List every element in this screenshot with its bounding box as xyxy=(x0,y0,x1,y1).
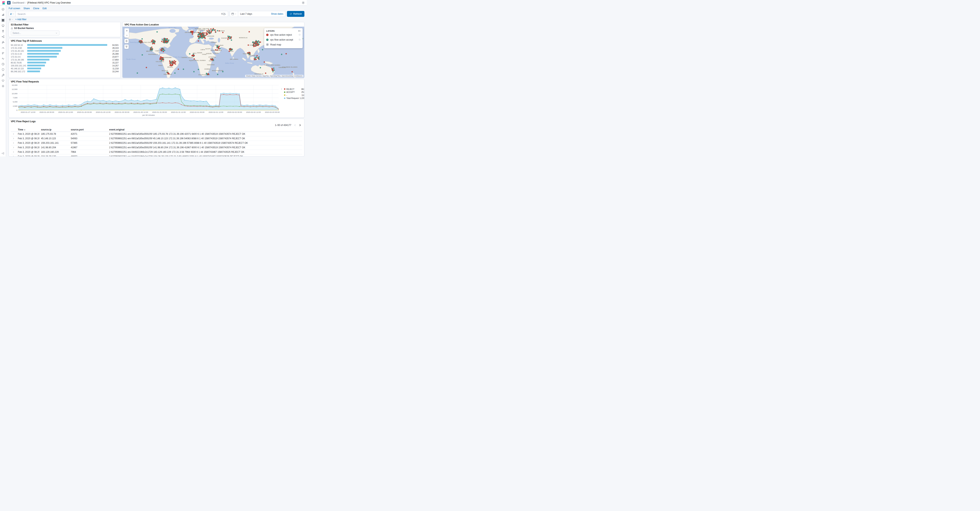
zoom-in-button[interactable] xyxy=(124,29,129,33)
layer-item[interactable]: Road map xyxy=(266,42,301,47)
total-requests-chart[interactable]: 2020-01-27 12:002020-01-28 00:002020-01-… xyxy=(9,84,282,117)
column-header-event.original[interactable]: event.original xyxy=(108,128,302,132)
svg-text:INDIA: INDIA xyxy=(229,50,234,52)
full-screen-link[interactable]: Full screen xyxy=(9,7,20,10)
ip-bar[interactable] xyxy=(27,68,41,69)
kibana-logo[interactable] xyxy=(2,1,5,5)
ip-value: 28,319 xyxy=(108,47,119,49)
date-quick-select-button[interactable] xyxy=(230,11,238,17)
column-header-Time[interactable]: Time ▼ xyxy=(16,128,40,132)
ip-bar[interactable] xyxy=(27,65,45,67)
saved-query-menu-button[interactable]: # xyxy=(9,11,16,17)
add-filter-button[interactable]: + Add filter xyxy=(15,18,27,21)
ip-bar[interactable] xyxy=(27,50,61,52)
expand-row-icon[interactable] xyxy=(12,146,15,149)
table-row[interactable]: Feb 3, 2020 @ 08:26:14.000141.98.80.2044… xyxy=(11,145,302,150)
fit-to-data-button[interactable] xyxy=(124,39,129,43)
dashboard-app-badge[interactable]: D xyxy=(7,1,11,5)
ip-bar[interactable] xyxy=(27,59,49,60)
refresh-button[interactable]: Refresh xyxy=(287,11,304,17)
ip-bar[interactable] xyxy=(27,47,62,49)
sidebar-item-discover[interactable] xyxy=(1,7,5,11)
layer-item[interactable]: vpc flow action reject xyxy=(266,32,301,37)
breadcrumb-dashboard[interactable]: Dashboard xyxy=(12,2,24,4)
sidebar-item-apm[interactable] xyxy=(1,57,5,60)
panel-title[interactable]: VPC Flow Top IP Addresses xyxy=(9,38,121,43)
table-row[interactable]: Feb 3, 2020 @ 08:26:14.000159.203.161.14… xyxy=(11,141,302,145)
ip-bar[interactable] xyxy=(27,70,40,72)
ip-value: 14,257 xyxy=(108,64,119,67)
next-page-icon[interactable] xyxy=(299,124,301,127)
sidebar-item-metrics[interactable] xyxy=(1,46,5,49)
expand-row-icon[interactable] xyxy=(12,142,15,144)
ip-bar[interactable] xyxy=(27,44,107,46)
table-row[interactable]: Feb 3, 2020 @ 08:25:25.000183.129.160.22… xyxy=(11,150,302,154)
svg-text:Hudson Bay: Hudson Bay xyxy=(169,27,177,29)
legend-expand-icon[interactable] xyxy=(280,88,283,90)
spatial-filter-button[interactable] xyxy=(124,44,129,49)
sidebar-item-stack-monitoring[interactable] xyxy=(1,79,5,83)
collapse-menu-icon[interactable] xyxy=(2,152,5,155)
settings-icon[interactable] xyxy=(302,1,305,4)
filter-options-button[interactable] xyxy=(9,18,13,21)
sidebar-item-uptime[interactable] xyxy=(1,62,5,66)
sidebar-item-dashboard[interactable] xyxy=(1,18,5,22)
map-canvas[interactable]: Hudson BayNorwegian SeaNORWAYSWEDENFINLA… xyxy=(123,27,304,78)
sidebar-item-logs[interactable] xyxy=(1,51,5,55)
sidebar-item-visualize[interactable] xyxy=(1,13,5,17)
layer-item[interactable]: vpc flow action accept xyxy=(266,37,301,42)
expand-row-icon[interactable] xyxy=(12,151,15,153)
sidebar-item-management[interactable] xyxy=(1,84,5,88)
clone-link[interactable]: Clone xyxy=(33,7,39,10)
zoom-out-button[interactable] xyxy=(124,33,129,37)
sidebar-item-canvas[interactable] xyxy=(1,24,5,28)
legend-item[interactable]: Total Requests1,226 xyxy=(284,97,304,100)
show-dates-button[interactable]: Show dates xyxy=(269,13,285,15)
legend-label: - xyxy=(286,94,301,96)
legend-item[interactable]: REJECT863 xyxy=(284,87,304,91)
svg-text:YEMEN: YEMEN xyxy=(213,52,218,54)
edit-link[interactable]: Edit xyxy=(43,7,47,10)
total-requests-panel: VPC Flow Total Requests 2020-01-27 12:00… xyxy=(9,79,304,118)
search-input[interactable] xyxy=(16,13,220,16)
legend-item[interactable]: -110 xyxy=(284,94,304,97)
legend-item[interactable]: ACCEPT253 xyxy=(284,91,304,94)
filter-bar: + Add filter xyxy=(9,18,304,21)
ip-label: 172.31.6.19 xyxy=(11,53,26,55)
s3-bucket-select[interactable]: Select... xyxy=(11,30,59,35)
table-row[interactable]: Feb 3, 2020 @ 08:26:14.00045.148.10.1155… xyxy=(11,136,302,141)
svg-text:2020-01-29 00:00: 2020-01-29 00:00 xyxy=(77,111,92,113)
layer-status-icon xyxy=(299,34,301,36)
legend-value: 863 xyxy=(301,88,304,90)
prev-page-icon[interactable] xyxy=(294,124,296,127)
ip-bar[interactable] xyxy=(27,56,57,57)
sidebar-item-machine-learning[interactable] xyxy=(1,35,5,38)
bar-track xyxy=(27,65,107,67)
sidebar-item-dev-tools[interactable] xyxy=(1,73,5,77)
ip-bar[interactable] xyxy=(27,62,46,63)
query-language-button[interactable]: KQL xyxy=(220,13,228,15)
panel-title[interactable]: VPC Flow Total Requests xyxy=(9,79,304,84)
sidebar-item-graph[interactable] xyxy=(1,40,5,44)
share-link[interactable]: Share xyxy=(24,7,30,10)
ip-bar[interactable] xyxy=(27,53,59,55)
sidebar-item-siem[interactable] xyxy=(1,68,5,71)
table-row[interactable]: Feb 3, 2020 @ 08:25:25.000194.26.29.1304… xyxy=(11,154,302,157)
legend-color-dot xyxy=(284,92,285,93)
expand-row-icon[interactable] xyxy=(12,156,15,157)
ip-value: 10,244 xyxy=(108,70,119,73)
expand-row-icon[interactable] xyxy=(12,133,15,135)
breadcrumb-current-title: [Filebeat AWS] VPC Flow Log Overview xyxy=(27,2,71,4)
collapse-layers-icon[interactable] xyxy=(298,30,301,32)
sidebar-item-maps[interactable] xyxy=(1,29,5,33)
column-header-source.port[interactable]: source.port xyxy=(69,128,108,132)
expand-row-icon[interactable] xyxy=(12,137,15,140)
table-row[interactable]: Feb 3, 2020 @ 08:26:14.000185.175.93.784… xyxy=(11,132,302,136)
panel-title[interactable]: VPC Flow Action Geo Location xyxy=(123,22,304,27)
date-range-value[interactable]: Last 7 days xyxy=(238,13,269,15)
chevron-down-icon xyxy=(11,19,13,21)
panel-title[interactable]: S3 Bucket Filter xyxy=(9,22,121,27)
layer-label: Road map xyxy=(270,43,301,46)
panel-title[interactable]: VPC Flow Reject Logs xyxy=(9,119,304,124)
column-header-source.ip[interactable]: source.ip xyxy=(40,128,69,132)
